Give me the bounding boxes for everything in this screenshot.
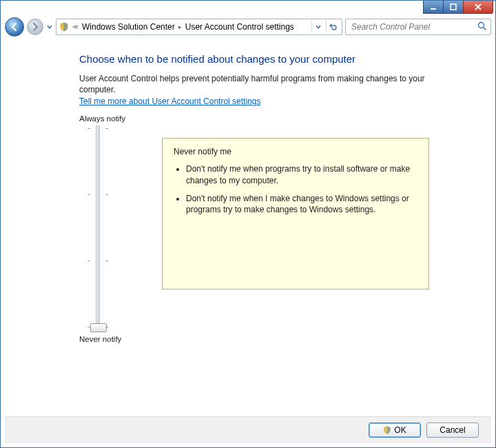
breadcrumb-item[interactable]: Windows Solution Center — [82, 22, 175, 32]
cancel-button-label: Cancel — [440, 425, 465, 435]
nav-bar: ≪ Windows Solution Center ▸ User Account… — [1, 16, 495, 38]
search-icon — [477, 21, 486, 32]
ok-button-label: OK — [394, 425, 406, 435]
uac-slider[interactable] — [87, 125, 121, 332]
close-button[interactable] — [463, 1, 493, 14]
minimize-button[interactable] — [423, 1, 444, 14]
nav-history-dropdown[interactable] — [46, 19, 53, 35]
maximize-button[interactable] — [443, 1, 464, 14]
search-input[interactable] — [350, 21, 477, 32]
content-pane: Choose when to be notified about changes… — [5, 41, 491, 416]
chevron-down-icon — [47, 24, 52, 30]
chevron-left-icon: ≪ — [70, 23, 81, 30]
slider-thumb[interactable] — [90, 323, 107, 332]
info-panel-title: Never notify me — [174, 147, 417, 156]
slider-track — [96, 125, 100, 332]
chevron-right-icon: ▸ — [176, 23, 184, 30]
slider-label-top: Always notify — [79, 114, 121, 123]
forward-button[interactable] — [27, 19, 43, 35]
search-box[interactable] — [345, 19, 491, 35]
learn-more-link[interactable]: Tell me more about User Account Control … — [79, 96, 260, 106]
svg-rect-1 — [451, 4, 456, 10]
back-arrow-icon — [10, 23, 19, 31]
breadcrumb-item[interactable]: User Account Control settings — [185, 22, 294, 32]
shield-icon — [59, 22, 69, 32]
page-heading: Choose when to be notified about changes… — [79, 53, 477, 65]
ok-button[interactable]: OK — [369, 422, 421, 438]
chevron-down-icon — [316, 24, 321, 30]
info-bullet: Don't notify me when I make changes to W… — [186, 193, 417, 215]
window-controls — [424, 1, 493, 13]
refresh-icon — [329, 23, 337, 31]
forward-arrow-icon — [31, 23, 39, 31]
cancel-button[interactable]: Cancel — [426, 422, 479, 438]
refresh-button[interactable] — [326, 21, 339, 33]
address-bar[interactable]: ≪ Windows Solution Center ▸ User Account… — [56, 19, 342, 35]
slider-label-bottom: Never notify — [79, 335, 121, 343]
window-frame: ≪ Windows Solution Center ▸ User Account… — [0, 0, 496, 448]
page-intro: User Account Control helps prevent poten… — [79, 73, 444, 95]
svg-rect-0 — [431, 8, 436, 10]
address-dropdown[interactable] — [311, 21, 324, 33]
svg-point-2 — [479, 23, 484, 28]
uac-slider-area: Always notify Never notify Never notify … — [79, 114, 477, 343]
shield-icon — [383, 426, 391, 434]
notification-info-panel: Never notify me Don't notify me when pro… — [162, 138, 429, 289]
uac-slider-column: Always notify Never notify — [79, 114, 121, 343]
back-button[interactable] — [5, 17, 24, 37]
info-bullet: Don't notify me when programs try to ins… — [186, 163, 417, 185]
dialog-footer: OK Cancel — [5, 416, 491, 443]
